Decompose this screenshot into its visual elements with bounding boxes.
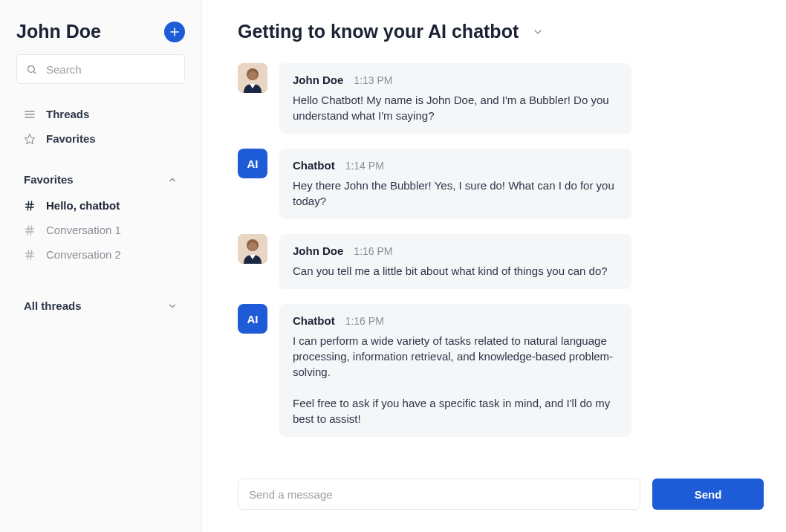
message-bubble: Chatbot 1:16 PM I can perform a wide var… xyxy=(279,304,631,437)
message-row: AI Chatbot 1:14 PM Hey there John the Bu… xyxy=(238,149,750,219)
ai-avatar-label: AI xyxy=(247,158,259,170)
app-root: John Doe Threads Favorites Favorites xyxy=(0,0,786,532)
section-header-favorites[interactable]: Favorites xyxy=(0,164,201,193)
threads-icon xyxy=(24,108,36,120)
section-header-all-threads[interactable]: All threads xyxy=(0,291,201,319)
plus-icon xyxy=(170,27,179,36)
thread-item-conversation-2[interactable]: Conversation 2 xyxy=(16,242,185,267)
message-row: John Doe 1:16 PM Can you tell me a littl… xyxy=(238,234,750,289)
chevron-up-icon xyxy=(167,175,178,185)
hash-icon xyxy=(24,200,36,212)
section-title-all-threads: All threads xyxy=(24,299,82,312)
message-bubble: John Doe 1:13 PM Hello Chatbot! My name … xyxy=(279,63,631,134)
new-thread-button[interactable] xyxy=(164,22,185,42)
hash-icon xyxy=(24,249,36,261)
svg-point-6 xyxy=(248,242,257,251)
message-body: I can perform a wide variety of tasks re… xyxy=(293,333,618,426)
message-bubble: John Doe 1:16 PM Can you tell me a littl… xyxy=(279,234,631,289)
message-row: John Doe 1:13 PM Hello Chatbot! My name … xyxy=(238,63,750,134)
search-field[interactable] xyxy=(16,54,185,84)
hash-icon xyxy=(24,224,36,236)
thread-label: Conversation 2 xyxy=(46,248,121,261)
nav-item-threads[interactable]: Threads xyxy=(16,102,185,126)
star-icon xyxy=(24,133,36,145)
thread-item-hello-chatbot[interactable]: Hello, chatbot xyxy=(16,193,185,218)
message-sender: Chatbot xyxy=(293,159,335,172)
ai-avatar: AI xyxy=(238,304,267,334)
person-avatar-icon xyxy=(238,234,267,264)
sidebar-header: John Doe xyxy=(0,21,201,54)
message-sender: John Doe xyxy=(293,74,343,86)
chat-title: Getting to know your AI chatbot xyxy=(238,21,519,42)
message-time: 1:16 PM xyxy=(354,245,392,257)
thread-label: Conversation 1 xyxy=(46,224,121,236)
nav-group-main: Threads Favorites xyxy=(0,97,201,164)
search-container xyxy=(0,54,201,97)
message-bubble: Chatbot 1:14 PM Hey there John the Bubbl… xyxy=(279,149,631,219)
send-button[interactable]: Send xyxy=(652,479,764,510)
search-icon xyxy=(26,64,37,75)
svg-point-3 xyxy=(248,71,257,80)
message-input[interactable] xyxy=(238,479,640,510)
message-composer: Send xyxy=(202,465,786,532)
message-header: Chatbot 1:16 PM xyxy=(293,314,618,327)
thread-item-conversation-1[interactable]: Conversation 1 xyxy=(16,218,185,242)
message-header: Chatbot 1:14 PM xyxy=(293,159,618,172)
message-header: John Doe 1:16 PM xyxy=(293,244,618,257)
message-body: Hey there John the Bubbler! Yes, I sure … xyxy=(293,178,618,209)
user-name: John Doe xyxy=(16,21,101,42)
message-time: 1:14 PM xyxy=(345,160,384,172)
chevron-down-icon[interactable] xyxy=(532,26,544,38)
person-avatar-icon xyxy=(238,63,267,93)
svg-point-0 xyxy=(28,65,35,72)
nav-label-threads: Threads xyxy=(46,108,89,120)
thread-label: Hello, chatbot xyxy=(46,199,120,212)
message-sender: John Doe xyxy=(293,244,343,257)
search-input[interactable] xyxy=(45,62,175,77)
message-header: John Doe 1:13 PM xyxy=(293,74,618,86)
user-avatar xyxy=(238,234,267,264)
chat-header: Getting to know your AI chatbot xyxy=(202,0,786,54)
sidebar: John Doe Threads Favorites Favorites xyxy=(0,0,202,532)
message-sender: Chatbot xyxy=(293,314,335,327)
message-body: Hello Chatbot! My name is John Doe, and … xyxy=(293,92,618,123)
section-title-favorites: Favorites xyxy=(24,173,74,186)
ai-avatar: AI xyxy=(238,149,267,178)
message-time: 1:16 PM xyxy=(345,315,384,327)
chat-messages: John Doe 1:13 PM Hello Chatbot! My name … xyxy=(202,54,786,465)
nav-item-favorites[interactable]: Favorites xyxy=(16,126,185,151)
ai-avatar-label: AI xyxy=(247,313,259,325)
message-row: AI Chatbot 1:16 PM I can perform a wide … xyxy=(238,304,750,437)
message-body: Can you tell me a little bit about what … xyxy=(293,263,618,279)
user-avatar xyxy=(238,63,267,93)
main-content: Getting to know your AI chatbot xyxy=(202,0,786,532)
message-time: 1:13 PM xyxy=(354,74,392,86)
chevron-down-icon xyxy=(167,301,178,311)
favorites-thread-list: Hello, chatbot Conversation 1 Conversati… xyxy=(0,193,201,285)
nav-label-favorites: Favorites xyxy=(46,132,96,145)
